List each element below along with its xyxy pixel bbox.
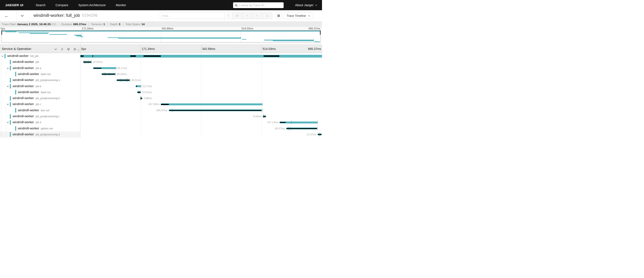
span-row[interactable]: windmill-workerjob_postprocessing c9.44m… [0, 114, 322, 120]
collapse-chevron-icon[interactable] [6, 67, 9, 70]
span-table-header: Service & Operation 0μs171.34ms342.69ms5… [0, 44, 322, 53]
prev-match-button[interactable] [242, 12, 252, 19]
span-duration-label: 264.47ms [156, 109, 168, 112]
nav-item-search[interactable]: Search [36, 4, 46, 7]
summary-label: Total Spans [126, 22, 140, 26]
next-match-button[interactable] [252, 12, 262, 19]
focus-match-button[interactable] [232, 12, 242, 19]
nav-item-monitor[interactable]: Monitor [116, 4, 126, 7]
tree-guide-line [1, 95, 1, 101]
span-name-cell[interactable]: windmill-workerbash run [0, 89, 80, 95]
minimap-left-scrubber[interactable] [1, 30, 2, 35]
span-bar[interactable] [116, 79, 130, 81]
span-duration-label: 38.01ms [131, 79, 141, 82]
span-row[interactable]: windmill-workerbun run264.47ms [0, 108, 322, 114]
span-row[interactable]: windmill-workerjob23.92ms [0, 59, 322, 65]
span-bar[interactable] [83, 61, 92, 63]
span-row[interactable]: windmill-workerjob_postprocessing a38.01… [0, 77, 322, 83]
timeline-minimap[interactable] [1, 30, 321, 43]
span-name-cell[interactable]: windmill-workerjob d [0, 120, 80, 125]
span-row[interactable]: windmill-workerjob_postprocessing d12.07… [0, 132, 322, 138]
span-duration-label: 88.57ms [275, 127, 285, 130]
span-name-cell[interactable]: windmill-workerjob a [0, 65, 80, 71]
span-bar[interactable] [161, 104, 262, 105]
span-row[interactable]: windmill-workerjob b15.27ms [0, 83, 322, 89]
span-row[interactable]: windmill-workerjob_postprocessing b5.88m… [0, 95, 322, 101]
nav-item-compare[interactable]: Compare [56, 4, 68, 7]
collapse-chevron-icon[interactable] [6, 121, 9, 124]
span-log-tick [262, 109, 262, 112]
span-row[interactable]: windmill-workerjob a65.17ms [0, 65, 322, 71]
collapse-chevron-icon[interactable] [6, 103, 9, 106]
span-operation-name: full_job [30, 54, 38, 58]
span-service-name: windmill-workerpython run [18, 127, 53, 130]
span-name-cell[interactable]: windmill-workerjob b [0, 83, 80, 89]
span-name-cell[interactable]: windmill-workerbash run [0, 71, 80, 77]
column-resizer-handle[interactable] [78, 49, 79, 52]
span-operation-name: job b [36, 85, 41, 88]
span-name-cell[interactable]: windmill-workerpython run [0, 126, 80, 132]
span-row[interactable]: windmill-workerbash run39.34ms [0, 71, 322, 77]
span-bar[interactable] [169, 109, 262, 111]
span-operation-name: bash run [41, 73, 51, 76]
collapse-one-icon[interactable] [54, 48, 57, 51]
about-jaeger-menu[interactable]: About Jaeger [295, 0, 317, 10]
span-log-tick [264, 115, 264, 118]
chevron-down-icon [308, 15, 310, 17]
span-bar[interactable] [102, 73, 115, 75]
span-name-cell[interactable]: windmill-workerjob_postprocessing d [0, 132, 80, 138]
minimap-span-bar [118, 38, 241, 39]
minimap-right-scrubber[interactable] [320, 30, 321, 35]
summary-separator: | [107, 22, 108, 26]
span-bar[interactable] [93, 67, 116, 69]
summary-separator: | [58, 22, 59, 26]
span-name-cell[interactable]: windmill-workerfull_job [0, 53, 80, 59]
find-input[interactable] [160, 12, 224, 19]
span-log-tick [138, 90, 139, 94]
jaeger-logo[interactable]: JAEGER UI [5, 3, 23, 7]
back-arrow-button[interactable]: ← [3, 13, 10, 19]
span-name-cell[interactable]: windmill-workerjob_postprocessing a [0, 77, 80, 83]
span-name-cell[interactable]: windmill-workerbun run [0, 108, 80, 114]
trace-lookup-box[interactable] [233, 2, 284, 8]
span-row[interactable]: windmill-workerjob c287.36ms [0, 101, 322, 107]
minimap-gridline [241, 31, 241, 42]
span-log-tick [127, 78, 128, 82]
span-row[interactable]: windmill-workerfull_job [0, 53, 322, 59]
minimap-span-bar [2, 31, 320, 31]
tree-guide-line [1, 132, 1, 138]
span-bar[interactable] [286, 128, 318, 130]
expand-all-icon[interactable] [73, 48, 76, 51]
span-name-cell[interactable]: windmill-workerjob_postprocessing c [0, 114, 80, 120]
collapse-chevron-icon[interactable] [6, 85, 9, 88]
span-bar[interactable] [280, 122, 317, 124]
collapse-trace-chevron[interactable] [20, 14, 24, 18]
span-log-tick [130, 78, 130, 82]
span-log-tick [319, 133, 319, 136]
span-service-name: windmill-workerjob c [12, 102, 41, 106]
span-row[interactable]: windmill-workerpython run88.57ms [0, 126, 322, 132]
span-row[interactable]: windmill-workerbash run10.51ms [0, 89, 322, 95]
view-selector-dropdown[interactable]: Trace Timeline [284, 12, 313, 19]
clear-find-button[interactable] [262, 12, 272, 19]
span-bar[interactable] [137, 91, 141, 93]
span-name-cell[interactable]: windmill-workerjob_postprocessing b [0, 95, 80, 101]
span-name-cell[interactable]: windmill-workerjob c [0, 101, 80, 107]
span-bar[interactable] [136, 85, 141, 87]
collapse-chevron-icon[interactable] [1, 55, 4, 58]
minimap-tick-label: 342.69ms [162, 27, 173, 30]
span-bar[interactable] [80, 55, 322, 58]
nav-item-system-architecture[interactable]: System Architecture [78, 4, 106, 7]
span-self-time-segment [136, 86, 137, 86]
span-row[interactable]: windmill-workerjob d107.14ms [0, 120, 322, 125]
collapse-all-icon[interactable] [67, 48, 70, 51]
span-name-cell[interactable]: windmill-workerjob [0, 59, 80, 65]
expand-one-icon[interactable] [60, 48, 64, 51]
span-bar[interactable] [318, 134, 322, 136]
keyboard-shortcuts-button[interactable]: ⌘ [275, 12, 282, 19]
span-duration-label: 5.88ms [144, 97, 152, 100]
summary-value-fraction: .515 [51, 22, 56, 26]
trace-lookup-input[interactable] [239, 4, 282, 7]
span-self-time-segment [130, 56, 136, 57]
find-help-cell[interactable]: ? [224, 12, 232, 19]
